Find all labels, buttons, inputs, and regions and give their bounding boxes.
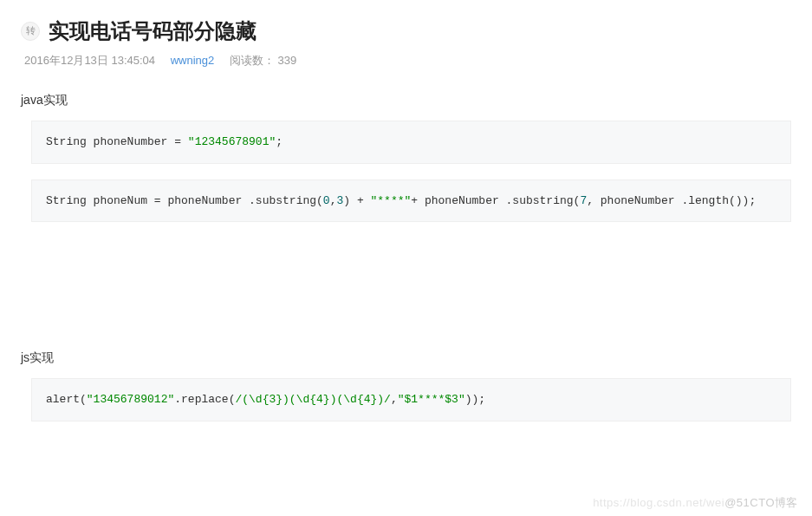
spacer	[21, 238, 791, 342]
code-block-java-1[interactable]: String phoneNumber = "12345678901";	[31, 121, 791, 164]
repost-badge-icon: 转	[21, 22, 40, 41]
section-java-label: java实现	[21, 93, 791, 108]
watermark-text: @51CTO博客	[724, 496, 798, 509]
article-container: 转 实现电话号码部分隐藏 2016年12月13日 13:45:04 wwning…	[0, 0, 812, 454]
watermark: https://blog.csdn.net/wei@51CTO博客	[593, 495, 798, 511]
watermark-url: https://blog.csdn.net/wei	[593, 496, 724, 509]
views-label: 阅读数：	[230, 54, 275, 67]
author-link[interactable]: wwning2	[171, 54, 215, 67]
code-block-js[interactable]: alert("13456789012".replace(/(\d{3})(\d{…	[31, 378, 791, 421]
views-count: 339	[278, 54, 297, 67]
section-js-label: js实现	[21, 350, 791, 366]
article-title: 实现电话号码部分隐藏	[49, 17, 257, 44]
meta-row: 2016年12月13日 13:45:04 wwning2 阅读数： 339	[21, 53, 791, 69]
title-row: 转 实现电话号码部分隐藏	[21, 17, 791, 44]
publish-date: 2016年12月13日 13:45:04	[24, 54, 155, 67]
code-block-java-2[interactable]: String phoneNum = phoneNumber .substring…	[31, 180, 791, 223]
